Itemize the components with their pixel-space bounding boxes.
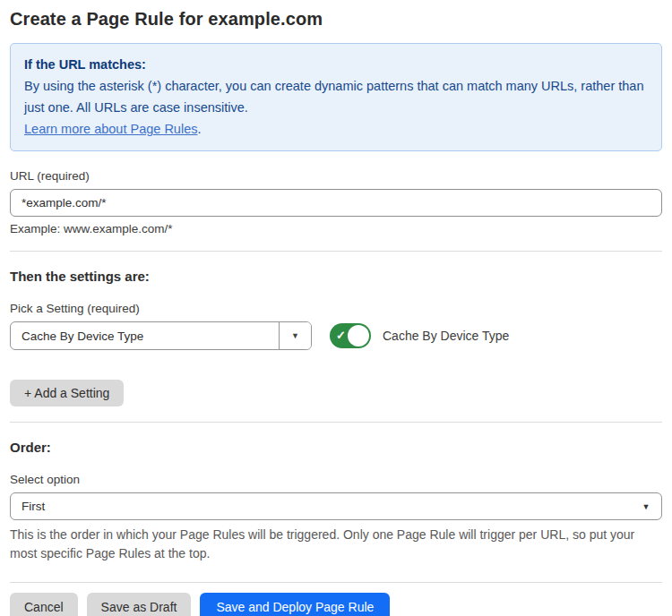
toggle-knob xyxy=(348,325,369,346)
divider xyxy=(10,422,662,423)
page-title: Create a Page Rule for example.com xyxy=(10,9,662,30)
save-deploy-button[interactable]: Save and Deploy Page Rule xyxy=(200,593,390,616)
divider xyxy=(10,582,662,583)
footer-actions: Cancel Save as Draft Save and Deploy Pag… xyxy=(10,593,662,616)
save-draft-button[interactable]: Save as Draft xyxy=(87,593,192,616)
chevron-down-icon: ▼ xyxy=(279,322,311,349)
info-box-body: By using the asterisk (*) character, you… xyxy=(24,75,648,118)
info-box-heading: If the URL matches: xyxy=(24,54,648,75)
order-helper-text: This is the order in which your Page Rul… xyxy=(10,526,655,563)
setting-select[interactable]: Cache By Device Type ▼ xyxy=(10,321,312,350)
url-field-helper: Example: www.example.com/* xyxy=(10,222,662,235)
check-icon: ✓ xyxy=(336,328,346,344)
learn-more-link[interactable]: Learn more about Page Rules xyxy=(24,122,197,136)
url-input[interactable] xyxy=(10,189,662,217)
setting-toggle-label: Cache By Device Type xyxy=(383,329,509,343)
url-field-label: URL (required) xyxy=(10,169,662,183)
chevron-down-icon: ▼ xyxy=(631,493,661,519)
setting-select-value: Cache By Device Type xyxy=(11,322,279,349)
order-select[interactable]: First ▼ xyxy=(10,492,662,520)
setting-picker-label: Pick a Setting (required) xyxy=(10,302,662,315)
order-select-label: Select option xyxy=(10,473,662,486)
add-setting-button[interactable]: + Add a Setting xyxy=(10,380,124,406)
order-section-heading: Order: xyxy=(10,440,662,455)
link-suffix: . xyxy=(197,122,201,136)
settings-section-heading: Then the settings are: xyxy=(10,269,662,284)
setting-toggle[interactable]: ✓ xyxy=(330,323,371,348)
create-page-rule-panel: Create a Page Rule for example.com If th… xyxy=(0,0,672,616)
url-match-info-box: If the URL matches: By using the asteris… xyxy=(10,43,662,151)
order-select-value: First xyxy=(11,493,631,519)
cancel-button[interactable]: Cancel xyxy=(10,593,78,616)
divider xyxy=(10,251,662,252)
setting-row: Cache By Device Type ▼ ✓ Cache By Device… xyxy=(10,321,662,350)
info-box-link-line: Learn more about Page Rules. xyxy=(24,118,648,140)
